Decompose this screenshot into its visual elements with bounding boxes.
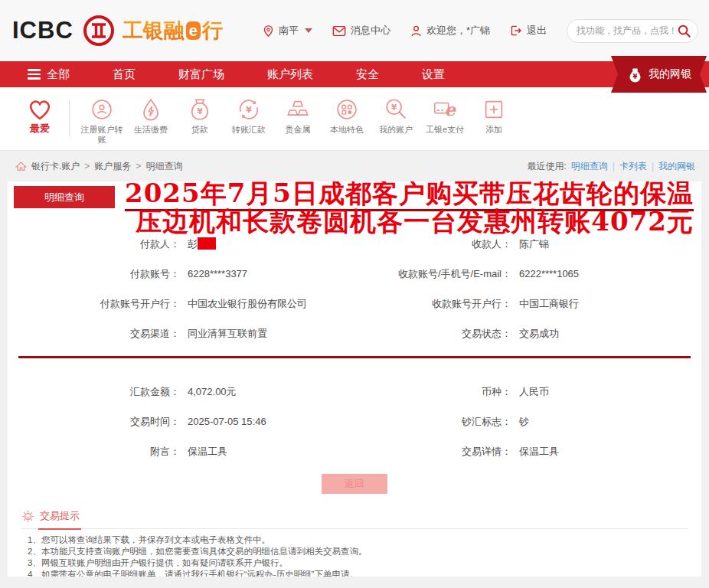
register-transfer-icon xyxy=(88,96,116,122)
quick-label-register-transfer: 注册账户转账 xyxy=(77,125,126,145)
quick-label-add: 添加 xyxy=(469,125,518,135)
field-label: 付款人： xyxy=(8,237,180,251)
message-center-link[interactable]: 消息中心 xyxy=(332,24,390,38)
tips-title: 交易提示 xyxy=(40,509,80,523)
quick-label-epay-account: 我的账户 xyxy=(371,125,420,135)
logout-button[interactable]: 退出 xyxy=(510,24,547,38)
quick-item-life-payment[interactable]: 生活缴费 xyxy=(126,96,175,135)
recent-link-card-list[interactable]: 卡列表 xyxy=(619,160,647,173)
nav-item-security[interactable]: 安全 xyxy=(356,67,379,82)
my-ebank-label: 我的网银 xyxy=(649,67,691,81)
quick-item-register-transfer[interactable]: 注册账户转账 xyxy=(77,96,126,145)
quick-item-loan[interactable]: ¥ 贷款 xyxy=(175,96,224,135)
detail-query-tab[interactable]: 明细查询 xyxy=(14,186,115,208)
logo-e-badge: e xyxy=(186,21,201,40)
location-label: 南平 xyxy=(279,24,299,38)
quick-item-add[interactable]: 添加 xyxy=(469,96,518,135)
field-value: 2025-07-05 15:46 xyxy=(188,416,266,427)
recent-link-detail-query[interactable]: 明细查询 xyxy=(571,160,608,173)
tip-item: 4、如需带有公章的电子明细账单，请通过我行手机银行“远程办-历史明细”下单申请。 xyxy=(28,569,688,577)
breadcrumb-separator: > xyxy=(136,161,141,172)
tips-header: 交易提示 xyxy=(21,509,688,529)
field-payer-account: 付款账号： 6228****3377 xyxy=(8,259,354,289)
nav-item-accounts[interactable]: 账户列表 xyxy=(267,67,313,82)
recent-separator: | xyxy=(652,161,654,172)
payer-name: 彭 xyxy=(188,238,198,250)
icbc-logo-cn: 工银融e行 xyxy=(123,17,223,44)
quick-item-transfer-remit[interactable]: ¥ 转账汇款 xyxy=(224,96,273,135)
quick-item-icbc-epay[interactable]: e 工银e支付 xyxy=(420,96,469,135)
field-label: 交易渠道： xyxy=(8,327,180,341)
local-feature-icon xyxy=(333,96,361,122)
field-value: 人民币 xyxy=(519,385,549,399)
breadcrumb-current: 明细查询 xyxy=(145,160,182,173)
field-value: 中国工商银行 xyxy=(519,297,579,311)
field-label: 钞汇标志： xyxy=(354,415,511,429)
transaction-tips-section: 交易提示 1、您可以将查询结果下载，并保存到文本或电子表格文件中。 2、本功能只… xyxy=(21,509,688,577)
field-cash-remit-flag: 钞汇标志： 钞 xyxy=(354,407,701,436)
quick-label-transfer-remit: 转账汇款 xyxy=(224,125,273,135)
svg-text:¥: ¥ xyxy=(391,103,397,112)
nav-item-wealth[interactable]: 财富广场 xyxy=(178,67,224,82)
add-icon xyxy=(480,96,508,122)
welcome-text: 欢迎您，*广锦 xyxy=(426,24,490,38)
recent-link-my-ebank[interactable]: 我的网银 xyxy=(658,160,695,173)
nav-item-home[interactable]: 首页 xyxy=(113,67,136,82)
quick-item-favorite[interactable]: 最爱 xyxy=(15,96,64,133)
field-label: 汇款金额： xyxy=(8,385,180,399)
quick-label-favorite: 最爱 xyxy=(15,123,64,133)
field-payer-bank: 付款账号开户行： 中国农业银行股份有限公司 xyxy=(8,289,354,318)
precious-metal-icon xyxy=(284,96,312,122)
life-payment-icon xyxy=(137,96,165,122)
field-remit-amount: 汇款金额： 4,072.00元 xyxy=(8,377,354,407)
quick-item-precious-metal[interactable]: 贵金属 xyxy=(273,96,322,135)
my-ebank-ribbon[interactable]: ¥ 我的网银 xyxy=(611,56,707,93)
message-center-label: 消息中心 xyxy=(351,24,390,38)
nav-item-all[interactable]: 全部 xyxy=(28,67,70,82)
lightbulb-icon xyxy=(21,510,34,523)
recently-used-label: 最近使用: xyxy=(527,160,566,173)
welcome-user[interactable]: 欢迎您，*广锦 xyxy=(410,24,490,38)
field-value: 同业清算互联前置 xyxy=(188,327,267,341)
field-value: 中国农业银行股份有限公司 xyxy=(188,297,307,311)
field-value: 交易成功 xyxy=(519,327,559,341)
search-icon[interactable] xyxy=(677,24,691,38)
recently-used: 最近使用: 明细查询 | 卡列表 | 我的网银 xyxy=(527,160,695,173)
field-label: 收款账号/手机号/E-mail： xyxy=(354,267,511,281)
svg-text:¥: ¥ xyxy=(633,73,638,80)
home-icon xyxy=(15,161,27,172)
chevron-down-icon xyxy=(305,28,312,33)
button-row: 返回 xyxy=(8,474,701,494)
breadcrumb-root[interactable]: 银行卡.账户 xyxy=(31,160,80,173)
field-label: 附言： xyxy=(8,445,180,459)
quick-label-life-payment: 生活缴费 xyxy=(126,125,175,135)
icbc-logo[interactable]: ICBC 工银融e行 xyxy=(12,15,223,47)
field-transaction-time: 交易时间： 2025-07-05 15:46 xyxy=(8,407,354,436)
search-input[interactable] xyxy=(577,25,677,36)
field-transaction-channel: 交易渠道： 同业清算互联前置 xyxy=(8,318,354,348)
breadcrumb-row: 银行卡.账户 > 账户服务 > 明细查询 最近使用: 明细查询 | 卡列表 | … xyxy=(0,151,709,181)
search-box[interactable] xyxy=(567,19,698,43)
location-selector[interactable]: 南平 xyxy=(263,24,312,38)
annotation-overlay: 2025年7月5日成都客户购买带压花齿轮的保温 压边机和长款卷圆机各一台发惠州转… xyxy=(125,181,694,236)
top-header: ICBC 工银融e行 南平 消息中心 xyxy=(0,0,709,61)
field-payee-account: 收款账号/手机号/E-mail： 6222****1065 xyxy=(354,259,701,289)
my-account-icon: ¥ xyxy=(382,96,410,122)
tip-item: 3、网银互联账户明细由开户银行提供，如有疑问请联系开户银行。 xyxy=(28,557,688,569)
field-label: 交易状态： xyxy=(354,327,511,341)
field-label: 收款账号开户行： xyxy=(354,297,511,311)
mail-icon xyxy=(332,25,346,37)
field-transaction-detail: 交易详情： 保温工具 xyxy=(354,436,701,466)
quick-item-my-account[interactable]: ¥ 我的账户 xyxy=(371,96,420,135)
svg-text:¥: ¥ xyxy=(246,104,252,115)
svg-text:e: e xyxy=(444,100,456,119)
field-value: 6228****3377 xyxy=(188,268,247,279)
back-button[interactable]: 返回 xyxy=(322,474,387,494)
quick-label-local-feature: 本地特色 xyxy=(322,125,371,135)
quick-item-local-feature[interactable]: 本地特色 xyxy=(322,96,371,135)
nav-item-settings[interactable]: 设置 xyxy=(422,67,445,82)
field-label: 交易详情： xyxy=(354,445,511,459)
breadcrumb-level2[interactable]: 账户服务 xyxy=(94,160,131,173)
heart-icon xyxy=(26,96,54,122)
field-value: 4,072.00元 xyxy=(188,385,237,399)
